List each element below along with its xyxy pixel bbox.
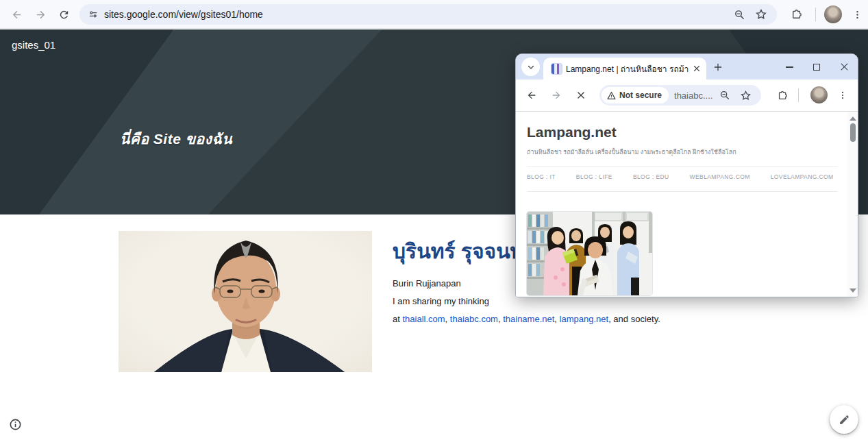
info-icon[interactable] [9,418,22,431]
back-icon[interactable] [8,5,25,23]
zoom-icon[interactable] [734,9,745,21]
tab-title: Lampang.net | ถ่านหินลือชา รถม้า [566,62,689,75]
link-separator: , [445,314,450,324]
edit-fab-button[interactable] [830,405,858,434]
popup-stop-icon[interactable] [572,86,590,104]
not-secure-label: Not secure [619,90,662,100]
scroll-up-icon[interactable] [850,116,856,121]
profile-avatar[interactable] [824,5,842,23]
popup-extensions-icon[interactable] [773,86,791,104]
bio-line2-suffix: , and society. [608,314,660,324]
popup-tabstrip: Lampang.net | ถ่านหินลือชา รถม้า [516,54,858,79]
nav-weblampang[interactable]: WEBLAMPANG.COM [690,173,750,180]
popup-profile-avatar[interactable] [810,86,828,103]
link-thainame[interactable]: thainame.net [503,314,554,324]
popup-toolbar: Not secure thaiabc.... [516,79,858,112]
link-thaiabc[interactable]: thaiabc.com [450,314,498,324]
not-secure-chip[interactable]: Not secure [602,87,669,103]
scroll-down-icon[interactable] [850,288,856,293]
new-tab-icon[interactable] [709,58,727,76]
reload-icon[interactable] [55,5,73,23]
lampang-nav: BLOG : IT BLOG : LIFE BLOG : EDU WEBLAMP… [527,173,828,180]
pencil-icon [839,414,850,426]
tab-favicon [551,64,562,74]
link-lampang[interactable]: lampang.net [560,314,609,324]
popup-menu-dots-icon[interactable] [834,86,852,104]
extensions-icon[interactable] [788,5,806,23]
forward-icon[interactable] [32,5,49,23]
link-separator: , [554,314,559,324]
nav-blog-edu[interactable]: BLOG : EDU [633,173,669,180]
maximize-button[interactable] [803,54,830,79]
site-name[interactable]: gsites_01 [12,39,55,51]
popup-url-bar[interactable]: Not secure thaiabc.... [599,85,761,106]
url-bar[interactable]: sites.google.com/view/gsites01/home [79,4,777,25]
lampang-subtitle: ถ่านหินลือชา รถม้าลือลั่น เครื่องปั้นลือ… [527,147,828,157]
menu-dots-icon[interactable] [848,5,866,23]
library-photo[interactable] [527,212,652,295]
nav-blog-life[interactable]: BLOG : LIFE [576,173,612,180]
nav-blog-it[interactable]: BLOG : IT [527,173,556,180]
bio-line2-prefix: at [393,314,402,324]
popup-forward-icon[interactable] [547,86,565,104]
browser-toolbar: sites.google.com/view/gsites01/home [0,0,868,29]
close-window-button[interactable] [830,54,858,79]
minimize-button[interactable] [776,54,803,79]
nav-lovelampang[interactable]: LOVELAMPANG.COM [771,173,834,180]
popup-scrollbar[interactable] [847,112,858,297]
popup-toolbar-separator [798,88,799,102]
popup-page: Lampang.net ถ่านหินลือชา รถม้าลือลั่น เค… [516,112,858,297]
link-thaiall[interactable]: thaiall.com [402,314,445,324]
popup-tab[interactable]: Lampang.net | ถ่านหินลือชา รถม้า [543,58,706,79]
banner-tagline: นี่คือ Site ของฉัน [120,127,232,150]
site-settings-icon[interactable] [88,9,99,20]
divider [527,167,838,167]
tab-close-icon[interactable] [693,64,701,73]
lampang-heading: Lampang.net [527,124,617,140]
scrollbar-thumb[interactable] [850,123,856,142]
popup-url-text: thaiabc.... [674,90,718,101]
popup-bookmark-star-icon[interactable] [740,90,752,101]
popup-back-icon[interactable] [523,86,541,104]
window-controls [776,54,858,79]
bio-line2: at thaiall.com, thaiabc.com, thainame.ne… [393,312,845,326]
tab-search-button[interactable] [521,58,540,76]
portrait-photo [119,231,372,372]
url-text[interactable]: sites.google.com/view/gsites01/home [104,9,734,20]
warning-icon [607,91,616,100]
bookmark-star-icon[interactable] [755,8,767,21]
popup-zoom-icon[interactable] [719,90,730,101]
toolbar-separator [815,8,816,21]
divider [527,191,838,192]
popup-window: Lampang.net | ถ่านหินลือชา รถม้า [515,53,858,297]
